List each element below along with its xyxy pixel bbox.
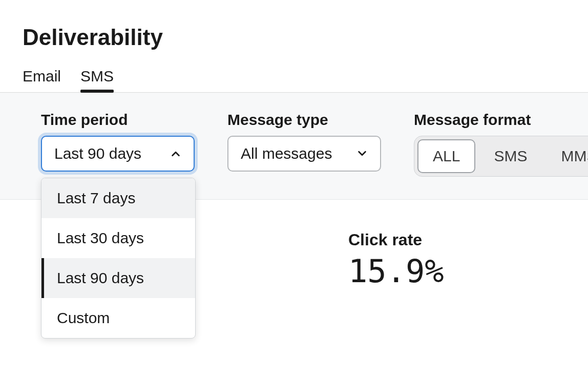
filters-bar: Time period Last 90 days Last 7 days Las… <box>0 93 588 200</box>
time-period-label: Time period <box>41 111 195 129</box>
time-period-selected-value: Last 90 days <box>54 145 141 162</box>
time-period-option-custom[interactable]: Custom <box>41 298 195 338</box>
chevron-down-icon <box>356 148 368 159</box>
message-format-mms[interactable]: MMS <box>545 139 588 173</box>
message-format-all[interactable]: ALL <box>417 139 475 173</box>
message-format-label: Message format <box>414 111 588 129</box>
click-rate-value: 15.9% <box>348 252 444 290</box>
time-period-option-30d[interactable]: Last 30 days <box>41 218 195 258</box>
chevron-up-icon <box>170 148 181 159</box>
tabs-bar: Email SMS <box>0 68 588 93</box>
tab-email[interactable]: Email <box>23 68 61 92</box>
time-period-option-7d[interactable]: Last 7 days <box>41 178 195 218</box>
filter-time-period: Time period Last 90 days Last 7 days Las… <box>41 111 195 172</box>
message-type-selected-value: All messages <box>241 145 332 162</box>
message-type-select[interactable]: All messages <box>227 136 381 172</box>
filter-message-format: Message format ALL SMS MMS <box>414 111 588 177</box>
page-title: Deliverability <box>0 25 588 50</box>
time-period-dropdown: Last 7 days Last 30 days Last 90 days Cu… <box>41 178 196 339</box>
tab-sms[interactable]: SMS <box>80 68 114 92</box>
time-period-option-90d[interactable]: Last 90 days <box>41 258 195 298</box>
filter-message-type: Message type All messages <box>227 111 381 172</box>
time-period-select[interactable]: Last 90 days <box>41 136 195 172</box>
message-format-sms[interactable]: SMS <box>478 139 542 173</box>
message-format-segmented: ALL SMS MMS <box>414 136 588 177</box>
message-type-label: Message type <box>227 111 381 129</box>
click-rate-label: Click rate <box>348 230 444 249</box>
metric-click-rate: Click rate 15.9% <box>348 230 444 290</box>
